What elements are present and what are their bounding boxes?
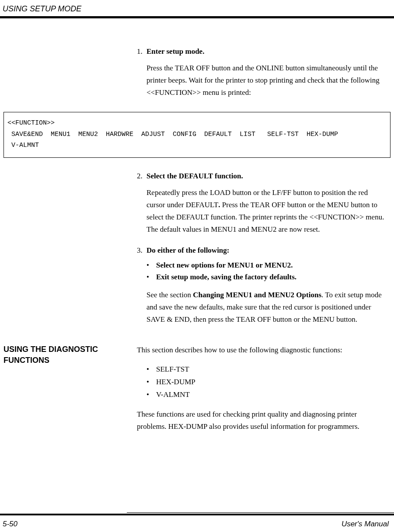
- diagnostic-heading-line1: USING THE DIAGNOSTIC: [3, 344, 129, 355]
- step1-area: 1. Enter setup mode. Press the TEAR OFF …: [0, 19, 394, 109]
- diagnostic-heading-line2: FUNCTIONS: [3, 355, 129, 365]
- step3-row: 3. Do either of the following:: [137, 246, 387, 255]
- step2-title: Select the DEFAULT function.: [146, 172, 243, 181]
- diagnostic-intro: This section describes how to use the fo…: [137, 344, 387, 356]
- step3-bullet-2-text: Exit setup mode, saving the factory defa…: [156, 271, 296, 283]
- diag-item-2: • HEX-DUMP: [146, 376, 387, 389]
- bullet-icon: •: [146, 259, 156, 271]
- step1-col: 1. Enter setup mode. Press the TEAR OFF …: [137, 47, 387, 109]
- step3-after: See the section Changing MENU1 and MENU2…: [146, 289, 387, 326]
- diagnostic-list: • SELF-TST • HEX-DUMP • V-ALMNT: [146, 363, 387, 401]
- step1-title: Enter setup mode.: [146, 47, 204, 56]
- bullet-icon: •: [146, 376, 156, 389]
- running-head: USING SETUP MODE: [0, 0, 394, 16]
- footer-rule-thin: [127, 512, 394, 513]
- function-menu-box: <<FUNCTION>> SAVE&END MENU1 MENU2 HARDWR…: [3, 112, 391, 158]
- step2-row: 2. Select the DEFAULT function.: [137, 172, 387, 181]
- step3-title: Do either of the following:: [146, 246, 230, 255]
- step3-after-bold: Changing MENU1 and MENU2 Options: [193, 291, 321, 299]
- page: USING SETUP MODE 1. Enter setup mode. Pr…: [0, 0, 394, 532]
- fn-line2: SAVE&END MENU1 MENU2 HARDWRE ADJUST CONF…: [7, 131, 338, 138]
- footer-row: 5-50 User's Manual: [0, 520, 394, 529]
- bullet-icon: •: [146, 389, 156, 401]
- step23-area: 2. Select the DEFAULT function. Repeated…: [0, 169, 394, 341]
- step1-row: 1. Enter setup mode.: [137, 47, 387, 56]
- footer-rule-thick: [0, 514, 394, 515]
- fn-line1: <<FUNCTION>>: [7, 119, 55, 127]
- diag-item-1: • SELF-TST: [146, 363, 387, 376]
- diag-item-1-text: SELF-TST: [156, 363, 189, 376]
- bullet-icon: •: [146, 363, 156, 376]
- step3-bullet-1: • Select new options for MENU1 or MENU2.: [146, 259, 387, 271]
- fn-line3: V-ALMNT: [7, 142, 39, 149]
- step3-number: 3.: [137, 246, 146, 255]
- left-margin-2: [3, 172, 137, 337]
- diag-item-3-text: V-ALMNT: [156, 389, 190, 401]
- bullet-icon: •: [146, 271, 156, 283]
- page-number: 5-50: [3, 520, 17, 529]
- diagnostic-section: USING THE DIAGNOSTIC FUNCTIONS This sect…: [0, 341, 394, 442]
- diagnostic-heading-col: USING THE DIAGNOSTIC FUNCTIONS: [3, 344, 137, 433]
- step3-after-a: See the section: [146, 291, 193, 299]
- footer-rules: [0, 512, 394, 515]
- step23-col: 2. Select the DEFAULT function. Repeated…: [137, 172, 387, 337]
- step1-body: Press the TEAR OFF button and the ONLINE…: [146, 62, 387, 99]
- step3-bullets: • Select new options for MENU1 or MENU2.…: [146, 259, 387, 283]
- left-margin-1: [3, 47, 137, 109]
- step3-bullet-1-text: Select new options for MENU1 or MENU2.: [156, 259, 293, 271]
- step2-body: Repeatedly press the LOAD button or the …: [146, 187, 387, 236]
- diag-item-2-text: HEX-DUMP: [156, 376, 195, 389]
- step3-bullet-2: • Exit setup mode, saving the factory de…: [146, 271, 387, 283]
- step2-number: 2.: [137, 172, 146, 181]
- diagnostic-outro: These functions are used for checking pr…: [137, 408, 387, 433]
- diagnostic-body-col: This section describes how to use the fo…: [137, 344, 387, 433]
- step1-number: 1.: [137, 47, 146, 56]
- manual-label: User's Manual: [342, 520, 389, 529]
- header-rule-thick: [0, 17, 394, 18]
- diag-item-3: • V-ALMNT: [146, 389, 387, 401]
